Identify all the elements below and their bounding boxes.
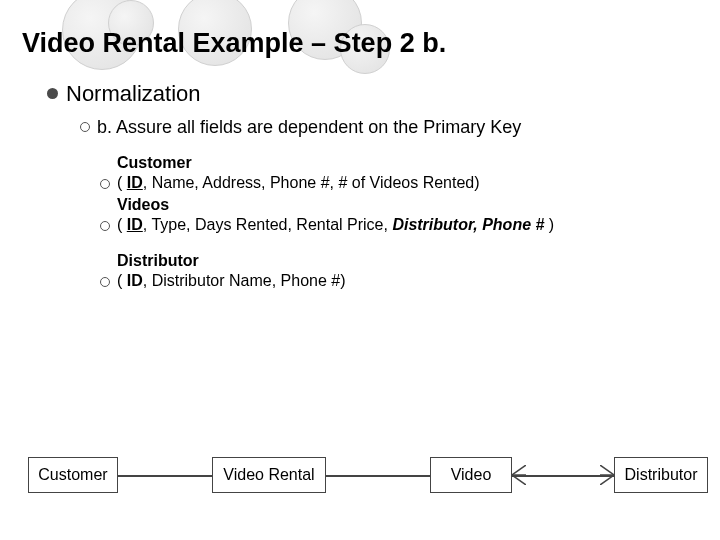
- bullet-level1: Normalization: [47, 81, 698, 107]
- entity-customer: Customer: [28, 457, 118, 493]
- table-videos-block: Videos ( ID, Type, Days Rented, Rental P…: [22, 196, 698, 234]
- svg-line-5: [600, 475, 614, 485]
- entity-video-rental: Video Rental: [212, 457, 326, 493]
- lvl1-text: Normalization: [66, 81, 201, 107]
- entity-distributor: Distributor: [614, 457, 708, 493]
- table-name-customer: Customer: [117, 154, 698, 172]
- circle-bullet-icon: [80, 122, 90, 132]
- relation-line: [118, 475, 212, 477]
- lvl2-text: b. Assure all fields are dependent on th…: [97, 117, 521, 138]
- table-distributor-block: Distributor ( ID, Distributor Name, Phon…: [22, 252, 698, 290]
- svg-line-2: [512, 475, 526, 485]
- fields-videos-text: ( ID, Type, Days Rented, Rental Price, D…: [117, 216, 554, 234]
- pk-videos: ID: [127, 216, 143, 233]
- circle-bullet-icon: [100, 277, 110, 287]
- fields-videos: ( ID, Type, Days Rented, Rental Price, D…: [100, 216, 698, 234]
- fields-customer: ( ID, Name, Address, Phone #, # of Video…: [100, 174, 698, 192]
- fields-distributor-text: ( ID, Distributor Name, Phone #): [117, 272, 346, 290]
- crowfoot-icon: [512, 465, 526, 485]
- crowfoot-icon: [600, 465, 614, 485]
- er-diagram: Customer Video Rental Video Distributor: [0, 445, 720, 505]
- slide-title: Video Rental Example – Step 2 b.: [22, 28, 698, 59]
- circle-bullet-icon: [100, 179, 110, 189]
- svg-line-3: [600, 465, 614, 475]
- svg-line-0: [512, 465, 526, 475]
- pk-customer: ID: [127, 174, 143, 191]
- entity-video: Video: [430, 457, 512, 493]
- relation-line: [512, 475, 614, 477]
- fk-videos: Distributor, Phone #: [392, 216, 544, 233]
- fields-distributor: ( ID, Distributor Name, Phone #): [100, 272, 698, 290]
- table-name-videos: Videos: [117, 196, 698, 214]
- relation-line: [326, 475, 430, 477]
- table-customer-block: Customer ( ID, Name, Address, Phone #, #…: [22, 154, 698, 192]
- table-name-distributor: Distributor: [117, 252, 698, 270]
- fields-customer-text: ( ID, Name, Address, Phone #, # of Video…: [117, 174, 480, 192]
- pk-distributor: ID: [127, 272, 143, 289]
- bullet-level2: b. Assure all fields are dependent on th…: [80, 117, 698, 138]
- disc-bullet-icon: [47, 88, 58, 99]
- circle-bullet-icon: [100, 221, 110, 231]
